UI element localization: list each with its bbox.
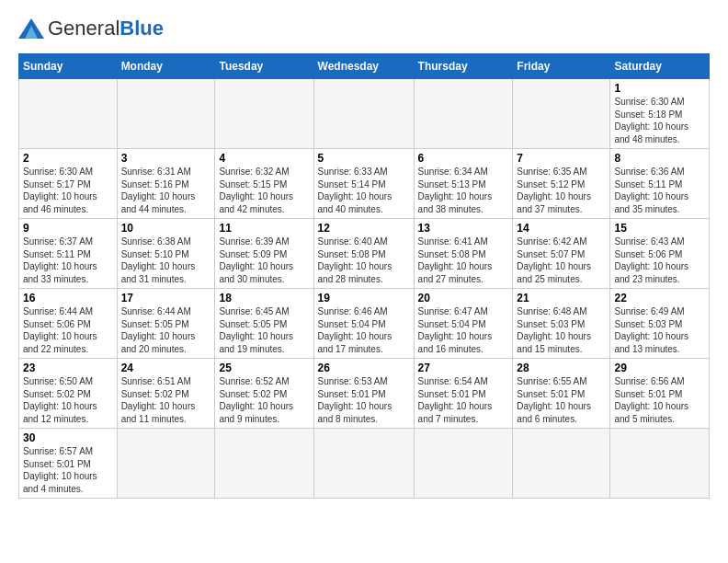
day-number: 2 xyxy=(23,152,113,165)
calendar-cell xyxy=(19,79,118,149)
day-number: 12 xyxy=(318,222,410,235)
day-info: Sunrise: 6:55 AM Sunset: 5:01 PM Dayligh… xyxy=(517,375,606,425)
day-number: 19 xyxy=(318,292,410,304)
calendar-cell: 27Sunrise: 6:54 AM Sunset: 5:01 PM Dayli… xyxy=(414,359,513,429)
day-info: Sunrise: 6:49 AM Sunset: 5:03 PM Dayligh… xyxy=(614,305,705,355)
calendar-cell xyxy=(414,79,513,149)
calendar-cell xyxy=(513,79,610,149)
day-number: 22 xyxy=(614,292,705,304)
day-number: 14 xyxy=(517,222,606,235)
calendar-cell: 30Sunrise: 6:57 AM Sunset: 5:01 PM Dayli… xyxy=(19,429,118,499)
calendar-cell: 13Sunrise: 6:41 AM Sunset: 5:08 PM Dayli… xyxy=(414,219,513,289)
day-info: Sunrise: 6:51 AM Sunset: 5:02 PM Dayligh… xyxy=(121,375,211,425)
calendar-cell: 29Sunrise: 6:56 AM Sunset: 5:01 PM Dayli… xyxy=(610,359,710,429)
calendar-cell: 3Sunrise: 6:31 AM Sunset: 5:16 PM Daylig… xyxy=(117,149,215,219)
calendar-weekday-monday: Monday xyxy=(117,54,215,79)
calendar-cell: 9Sunrise: 6:37 AM Sunset: 5:11 PM Daylig… xyxy=(19,219,118,289)
calendar-cell: 11Sunrise: 6:39 AM Sunset: 5:09 PM Dayli… xyxy=(215,219,313,289)
day-number: 8 xyxy=(614,152,705,165)
calendar-week-row: 9Sunrise: 6:37 AM Sunset: 5:11 PM Daylig… xyxy=(19,219,710,289)
calendar-weekday-friday: Friday xyxy=(513,54,610,79)
calendar-cell: 2Sunrise: 6:30 AM Sunset: 5:17 PM Daylig… xyxy=(19,149,118,219)
day-number: 28 xyxy=(517,362,606,374)
calendar-cell: 12Sunrise: 6:40 AM Sunset: 5:08 PM Dayli… xyxy=(313,219,414,289)
day-info: Sunrise: 6:39 AM Sunset: 5:09 PM Dayligh… xyxy=(219,236,309,285)
day-info: Sunrise: 6:42 AM Sunset: 5:07 PM Dayligh… xyxy=(517,236,606,285)
day-info: Sunrise: 6:38 AM Sunset: 5:10 PM Dayligh… xyxy=(121,236,211,285)
day-number: 15 xyxy=(614,222,705,235)
calendar-cell: 5Sunrise: 6:33 AM Sunset: 5:14 PM Daylig… xyxy=(313,149,414,219)
day-info: Sunrise: 6:34 AM Sunset: 5:13 PM Dayligh… xyxy=(418,166,509,215)
calendar-cell: 15Sunrise: 6:43 AM Sunset: 5:06 PM Dayli… xyxy=(610,219,710,289)
calendar-week-row: 2Sunrise: 6:30 AM Sunset: 5:17 PM Daylig… xyxy=(19,149,710,219)
day-info: Sunrise: 6:31 AM Sunset: 5:16 PM Dayligh… xyxy=(121,166,211,215)
day-number: 20 xyxy=(418,292,509,304)
day-number: 7 xyxy=(517,152,606,165)
calendar-cell: 23Sunrise: 6:50 AM Sunset: 5:02 PM Dayli… xyxy=(19,359,118,429)
day-info: Sunrise: 6:35 AM Sunset: 5:12 PM Dayligh… xyxy=(517,166,606,215)
calendar-cell: 20Sunrise: 6:47 AM Sunset: 5:04 PM Dayli… xyxy=(414,289,513,359)
day-info: Sunrise: 6:47 AM Sunset: 5:04 PM Dayligh… xyxy=(418,305,509,355)
calendar-header-row: SundayMondayTuesdayWednesdayThursdayFrid… xyxy=(19,54,710,79)
calendar-cell: 4Sunrise: 6:32 AM Sunset: 5:15 PM Daylig… xyxy=(215,149,313,219)
day-number: 21 xyxy=(517,292,606,304)
calendar-week-row: 16Sunrise: 6:44 AM Sunset: 5:06 PM Dayli… xyxy=(19,289,710,359)
calendar-cell xyxy=(117,429,215,499)
day-info: Sunrise: 6:40 AM Sunset: 5:08 PM Dayligh… xyxy=(318,236,410,285)
day-info: Sunrise: 6:48 AM Sunset: 5:03 PM Dayligh… xyxy=(517,305,606,355)
calendar-table: SundayMondayTuesdayWednesdayThursdayFrid… xyxy=(18,53,710,499)
calendar-cell: 19Sunrise: 6:46 AM Sunset: 5:04 PM Dayli… xyxy=(313,289,414,359)
day-info: Sunrise: 6:33 AM Sunset: 5:14 PM Dayligh… xyxy=(318,166,410,215)
calendar-cell: 18Sunrise: 6:45 AM Sunset: 5:05 PM Dayli… xyxy=(215,289,313,359)
day-number: 9 xyxy=(23,222,113,235)
day-number: 1 xyxy=(614,82,705,95)
page: GeneralBlue SundayMondayTuesdayWednesday… xyxy=(0,0,728,563)
day-info: Sunrise: 6:52 AM Sunset: 5:02 PM Dayligh… xyxy=(219,375,309,425)
day-info: Sunrise: 6:53 AM Sunset: 5:01 PM Dayligh… xyxy=(318,375,410,425)
day-number: 11 xyxy=(219,222,309,235)
day-number: 29 xyxy=(614,362,705,374)
header: GeneralBlue xyxy=(18,17,710,40)
day-info: Sunrise: 6:54 AM Sunset: 5:01 PM Dayligh… xyxy=(418,375,509,425)
calendar-cell xyxy=(313,79,414,149)
day-number: 30 xyxy=(23,431,113,444)
calendar-cell xyxy=(313,429,414,499)
day-info: Sunrise: 6:44 AM Sunset: 5:06 PM Dayligh… xyxy=(23,305,113,355)
day-info: Sunrise: 6:30 AM Sunset: 5:17 PM Dayligh… xyxy=(23,166,113,215)
day-number: 3 xyxy=(121,152,211,165)
day-info: Sunrise: 6:56 AM Sunset: 5:01 PM Dayligh… xyxy=(614,375,705,425)
day-info: Sunrise: 6:36 AM Sunset: 5:11 PM Dayligh… xyxy=(614,166,705,215)
calendar-cell xyxy=(513,429,610,499)
calendar-week-row: 23Sunrise: 6:50 AM Sunset: 5:02 PM Dayli… xyxy=(19,359,710,429)
day-number: 16 xyxy=(23,292,113,304)
calendar-cell: 1Sunrise: 6:30 AM Sunset: 5:18 PM Daylig… xyxy=(610,79,710,149)
calendar-cell: 16Sunrise: 6:44 AM Sunset: 5:06 PM Dayli… xyxy=(19,289,118,359)
calendar-cell xyxy=(215,429,313,499)
day-info: Sunrise: 6:32 AM Sunset: 5:15 PM Dayligh… xyxy=(219,166,309,215)
day-number: 5 xyxy=(318,152,410,165)
calendar-cell: 7Sunrise: 6:35 AM Sunset: 5:12 PM Daylig… xyxy=(513,149,610,219)
calendar-cell: 28Sunrise: 6:55 AM Sunset: 5:01 PM Dayli… xyxy=(513,359,610,429)
logo: GeneralBlue xyxy=(18,17,164,40)
day-number: 27 xyxy=(418,362,509,374)
day-number: 23 xyxy=(23,362,113,374)
calendar-weekday-saturday: Saturday xyxy=(610,54,710,79)
day-number: 6 xyxy=(418,152,509,165)
day-info: Sunrise: 6:43 AM Sunset: 5:06 PM Dayligh… xyxy=(614,236,705,285)
calendar-cell: 21Sunrise: 6:48 AM Sunset: 5:03 PM Dayli… xyxy=(513,289,610,359)
day-info: Sunrise: 6:57 AM Sunset: 5:01 PM Dayligh… xyxy=(23,445,113,495)
day-info: Sunrise: 6:46 AM Sunset: 5:04 PM Dayligh… xyxy=(318,305,410,355)
calendar-cell: 8Sunrise: 6:36 AM Sunset: 5:11 PM Daylig… xyxy=(610,149,710,219)
calendar-cell: 26Sunrise: 6:53 AM Sunset: 5:01 PM Dayli… xyxy=(313,359,414,429)
calendar-weekday-wednesday: Wednesday xyxy=(313,54,414,79)
day-info: Sunrise: 6:37 AM Sunset: 5:11 PM Dayligh… xyxy=(23,236,113,285)
calendar-cell: 17Sunrise: 6:44 AM Sunset: 5:05 PM Dayli… xyxy=(117,289,215,359)
calendar-weekday-thursday: Thursday xyxy=(414,54,513,79)
day-info: Sunrise: 6:44 AM Sunset: 5:05 PM Dayligh… xyxy=(121,305,211,355)
calendar-cell: 6Sunrise: 6:34 AM Sunset: 5:13 PM Daylig… xyxy=(414,149,513,219)
day-info: Sunrise: 6:50 AM Sunset: 5:02 PM Dayligh… xyxy=(23,375,113,425)
day-number: 24 xyxy=(121,362,211,374)
calendar-week-row: 30Sunrise: 6:57 AM Sunset: 5:01 PM Dayli… xyxy=(19,429,710,499)
day-number: 13 xyxy=(418,222,509,235)
calendar-cell xyxy=(414,429,513,499)
